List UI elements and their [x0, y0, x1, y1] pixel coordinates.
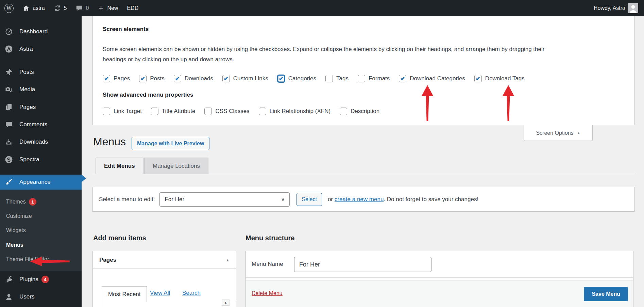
checkbox-css-classes[interactable]: CSS Classes — [204, 108, 249, 115]
sidebar-item-dashboard[interactable]: Dashboard — [0, 25, 82, 39]
checkbox-box[interactable] — [399, 75, 406, 82]
sidebar-item-media[interactable]: Media — [0, 82, 82, 97]
sidebar-item-posts[interactable]: Posts — [0, 65, 82, 79]
tab-search[interactable]: Search — [182, 290, 201, 296]
pages-icon — [5, 103, 13, 111]
sidebar-subitem-customize[interactable]: Customize — [6, 211, 32, 221]
menu-name-row: Menu Name — [246, 251, 633, 278]
select-button[interactable]: Select — [296, 193, 322, 206]
sidebar-subitem-themes[interactable]: Themes 1 — [6, 197, 36, 207]
checkbox-box[interactable] — [151, 108, 158, 115]
checkbox-label: Custom Links — [233, 75, 268, 82]
advanced-properties-title: Show advanced menu properties — [103, 92, 193, 98]
sidebar-item-users[interactable]: Users — [0, 290, 82, 304]
site-link[interactable]: astra — [18, 0, 49, 16]
sidebar-label: Comments — [19, 121, 47, 128]
sidebar-label: Users — [19, 293, 34, 300]
sidebar-item-appearance[interactable]: Appearance — [0, 175, 82, 190]
checkbox-box[interactable] — [139, 75, 147, 82]
checkbox-label: Download Categories — [410, 75, 465, 82]
checkbox-label: Title Attribute — [162, 108, 196, 115]
sidebar-label: Pages — [19, 104, 36, 111]
tab-edit-menus[interactable]: Edit Menus — [96, 158, 143, 174]
checkbox-box[interactable] — [103, 75, 110, 82]
create-new-menu-link[interactable]: create a new menu — [335, 196, 384, 203]
menu-structure-heading: Menu structure — [245, 234, 294, 242]
checkbox-box[interactable] — [204, 108, 212, 115]
plugins-update-badge: 4 — [41, 276, 49, 283]
checkbox-box[interactable] — [277, 75, 285, 82]
checkbox-pages[interactable]: Pages — [103, 75, 130, 82]
sidebar-subitem-menus[interactable]: Menus — [6, 240, 23, 250]
checkbox-description[interactable]: Description — [340, 108, 379, 115]
checkbox-title-attribute[interactable]: Title Attribute — [151, 108, 196, 115]
sidebar-item-comments[interactable]: Comments — [0, 117, 82, 132]
sidebar-item-downloads[interactable]: Downloads — [0, 135, 82, 149]
checkbox-label: Download Tags — [485, 75, 525, 82]
checkbox-download-categories[interactable]: Download Categories — [399, 75, 465, 82]
howdy-text: Howdy, Astra — [594, 5, 625, 11]
my-account-menu[interactable]: Howdy, Astra — [589, 0, 644, 16]
scroll-up-arrow-icon: ▲ — [224, 301, 227, 304]
pages-accordion-header[interactable]: Pages ▲ — [93, 251, 236, 269]
checkbox-posts[interactable]: Posts — [139, 75, 165, 82]
astra-icon — [5, 45, 13, 53]
dashboard-icon — [5, 28, 13, 36]
menu-select-dropdown[interactable]: For Her ∨ — [159, 192, 290, 207]
wordpress-menu[interactable]: W — [0, 0, 18, 16]
user-icon — [5, 293, 13, 301]
subitem-label: Customize — [6, 213, 32, 219]
sidebar-subitem-widgets[interactable]: Widgets — [6, 225, 26, 236]
comments-link[interactable]: 0 — [71, 0, 93, 16]
tab-most-recent[interactable]: Most Recent — [102, 286, 147, 302]
checkbox-box[interactable] — [358, 75, 365, 82]
checkbox-box[interactable] — [340, 108, 347, 115]
pages-accordion-title: Pages — [99, 257, 116, 263]
screen-options-tab[interactable]: Screen Options ▲ — [524, 125, 593, 141]
edd-menu[interactable]: EDD — [122, 0, 143, 16]
checkbox-downloads[interactable]: Downloads — [174, 75, 213, 82]
updates-link[interactable]: 5 — [49, 0, 71, 16]
advanced-properties-checkbox-row: Link Target Title Attribute CSS Classes … — [103, 107, 379, 116]
sidebar-item-spectra[interactable]: Spectra — [0, 152, 82, 167]
scroll-up-button[interactable]: ▲ — [222, 300, 230, 306]
menu-name-input[interactable] — [294, 257, 431, 272]
page-title: Menus — [93, 135, 126, 148]
checkbox-custom-links[interactable]: Custom Links — [222, 75, 268, 82]
tab-view-all[interactable]: View All — [150, 290, 170, 296]
spectra-icon — [5, 156, 13, 164]
checkbox-box[interactable] — [259, 108, 266, 115]
save-menu-button[interactable]: Save Menu — [584, 287, 628, 301]
checkbox-box[interactable] — [174, 75, 181, 82]
update-icon — [54, 4, 61, 12]
delete-menu-link[interactable]: Delete Menu — [252, 290, 283, 296]
checkbox-tags[interactable]: Tags — [325, 75, 349, 82]
add-menu-items-heading: Add menu items — [93, 234, 146, 242]
checkbox-link-relationship[interactable]: Link Relationship (XFN) — [259, 108, 331, 115]
sidebar-item-plugins[interactable]: Plugins 4 — [0, 272, 82, 287]
checkbox-box[interactable] — [325, 75, 333, 82]
checkbox-categories[interactable]: Categories — [277, 75, 316, 82]
checkbox-formats[interactable]: Formats — [358, 75, 390, 82]
screen-elements-description-line2: headings or by clicking on the up and do… — [103, 56, 234, 63]
checkbox-box[interactable] — [474, 75, 482, 82]
checkbox-label: Link Target — [114, 108, 142, 115]
screen-options-panel: Screen elements Some screen elements can… — [92, 16, 634, 125]
sidebar-item-pages[interactable]: Pages — [0, 100, 82, 114]
new-content-menu[interactable]: New — [93, 0, 122, 16]
tab-manage-locations[interactable]: Manage Locations — [144, 158, 208, 174]
red-arrow-download-tags — [503, 85, 514, 121]
checkbox-box[interactable] — [222, 75, 230, 82]
collapse-arrow-icon[interactable]: ▲ — [226, 258, 230, 262]
screen-options-label: Screen Options — [536, 130, 573, 136]
checkbox-download-tags[interactable]: Download Tags — [474, 75, 525, 82]
checkbox-link-target[interactable]: Link Target — [103, 108, 142, 115]
manage-with-live-preview-button[interactable]: Manage with Live Preview — [132, 137, 209, 150]
sidebar-item-astra[interactable]: Astra — [0, 42, 82, 56]
checkbox-box[interactable] — [103, 108, 110, 115]
site-name: astra — [33, 5, 45, 11]
checkbox-label: Tags — [336, 75, 349, 82]
selected-menu-value: For Her — [165, 196, 184, 203]
sidebar-label: Posts — [19, 69, 34, 76]
sidebar-label: Spectra — [19, 156, 39, 163]
